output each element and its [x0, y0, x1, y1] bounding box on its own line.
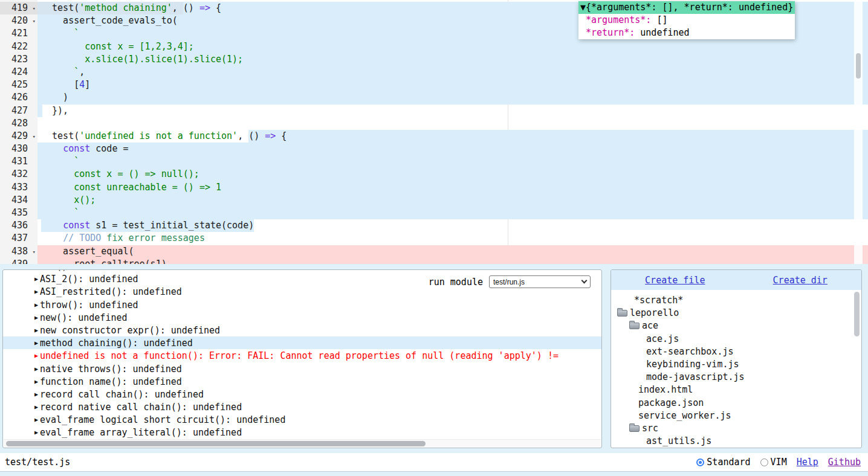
- tree-file-item[interactable]: package.json: [611, 397, 861, 410]
- help-link[interactable]: Help: [797, 457, 818, 468]
- run-module-select[interactable]: test/run.js: [489, 275, 591, 288]
- fold-arrow-icon[interactable]: ▾: [33, 246, 36, 259]
- test-result-text: eval_frame array_literal(): undefined: [40, 427, 242, 438]
- folder-icon: [617, 310, 627, 317]
- code-line[interactable]: [37, 117, 868, 130]
- code-token: {: [276, 130, 287, 143]
- test-result-item[interactable]: ▶new constructor expr(): undefined: [3, 324, 601, 336]
- tooltip-body: *arguments*: []*return*: undefined: [578, 14, 795, 39]
- code-line[interactable]: x.slice(1).slice(1).slice(1);: [37, 53, 868, 66]
- code-token: test(: [41, 2, 79, 14]
- expand-triangle-icon[interactable]: ▶: [34, 352, 38, 359]
- test-result-item[interactable]: ▶record native call chain(): undefined: [3, 400, 601, 413]
- code-token: (): [248, 130, 265, 143]
- test-result-item[interactable]: ▶method chaining(): undefined: [3, 336, 601, 349]
- expand-triangle-icon[interactable]: ▶: [34, 404, 38, 410]
- tree-file-item[interactable]: *scratch*: [611, 294, 861, 307]
- tree-item-label: *scratch*: [634, 294, 683, 307]
- expand-triangle-icon[interactable]: ▶: [34, 275, 38, 282]
- expand-triangle-icon[interactable]: ▶: [34, 301, 38, 308]
- code-token: const: [63, 219, 90, 232]
- gutter-line-number: 439: [0, 258, 37, 264]
- code-line[interactable]: x();: [37, 194, 868, 207]
- code-line[interactable]: test('undefined is not a function', () =…: [37, 130, 868, 143]
- code-line[interactable]: `,: [37, 66, 868, 79]
- tooltip-header[interactable]: ▼{*arguments*: [], *return*: undefined}: [578, 1, 795, 14]
- code-token: ): [41, 91, 68, 104]
- code-editor[interactable]: 419▾420▾421422423424425426427428429▾4304…: [0, 0, 868, 264]
- tree-file-item[interactable]: ast_utils.js: [611, 435, 861, 448]
- create-dir-link[interactable]: Create dir: [773, 275, 828, 286]
- tree-dir-item[interactable]: ace: [611, 320, 861, 332]
- tree-file-item[interactable]: mode-javascript.js: [611, 371, 861, 384]
- code-line[interactable]: const unreachable = () => 1: [37, 181, 868, 194]
- results-hscrollbar-thumb[interactable]: [6, 441, 426, 446]
- gutter-line-number: 424: [0, 66, 37, 79]
- test-result-item[interactable]: ▶new(): undefined: [3, 311, 601, 324]
- expand-triangle-icon[interactable]: ▶: [34, 416, 38, 423]
- code-token: [: [41, 79, 79, 91]
- code-token: ,: [238, 130, 248, 143]
- tree-dir-item[interactable]: src: [611, 422, 861, 435]
- editor-scrollbar-thumb[interactable]: [856, 53, 861, 79]
- code-line[interactable]: // TODO fix error messages: [37, 232, 868, 245]
- test-result-text: method chaining(): undefined: [40, 338, 193, 349]
- tree-dir-item[interactable]: leporello: [611, 307, 861, 320]
- test-result-item[interactable]: ▶eval_frame logical short circuit(): und…: [3, 413, 601, 426]
- code-line[interactable]: ): [37, 91, 868, 104]
- tree-file-item[interactable]: service_worker.js: [611, 410, 861, 422]
- tree-file-item[interactable]: ace.js: [611, 333, 861, 346]
- code-line[interactable]: `: [37, 155, 868, 168]
- expand-triangle-icon[interactable]: ▶: [34, 378, 38, 385]
- expand-triangle-icon[interactable]: ▶: [34, 314, 38, 321]
- create-file-link[interactable]: Create file: [645, 275, 705, 286]
- test-result-text: function name(): undefined: [40, 376, 182, 387]
- status-bar-controls: Standard VIM Help Github: [696, 457, 868, 468]
- code-line[interactable]: }),: [37, 105, 868, 117]
- fold-arrow-icon[interactable]: ▾: [33, 130, 36, 143]
- code-token: const unreachable = () => 1: [41, 181, 221, 194]
- keybinding-vim-radio[interactable]: [760, 458, 768, 466]
- editor-content[interactable]: test('method chaining', () => { assert_c…: [37, 0, 868, 264]
- keybinding-standard-label[interactable]: Standard: [707, 457, 750, 468]
- keybinding-vim-label[interactable]: VIM: [771, 457, 787, 468]
- test-result-item[interactable]: ▶undefined is not a function(): Error: F…: [3, 349, 601, 362]
- test-result-text: record native call chain(): undefined: [40, 402, 242, 413]
- fold-arrow-icon[interactable]: ▾: [33, 15, 36, 28]
- gutter-line-number: 425: [0, 79, 37, 91]
- test-result-text: record call chain(): undefined: [40, 388, 204, 399]
- expand-triangle-icon[interactable]: ▶: [34, 327, 38, 333]
- test-result-item[interactable]: ▶eval_frame array_literal(): undefined: [3, 426, 601, 439]
- expand-triangle-icon[interactable]: ▶: [34, 391, 38, 397]
- tree-file-item[interactable]: keybinding-vim.js: [611, 358, 861, 371]
- fold-arrow-icon[interactable]: ▾: [33, 2, 36, 15]
- code-line[interactable]: const x = () => null();: [37, 168, 868, 181]
- expand-triangle-icon[interactable]: ▶: [34, 339, 38, 346]
- value-inspector-tooltip: ▼{*arguments*: [], *return*: undefined} …: [578, 1, 795, 39]
- gutter-line-number: 435: [0, 207, 37, 219]
- code-line[interactable]: const code =: [37, 143, 868, 155]
- code-line[interactable]: const x = [1,2,3,4];: [37, 40, 868, 53]
- gutter-line-number: 426: [0, 91, 37, 104]
- editor-scrollbar[interactable]: [854, 0, 863, 264]
- code-line[interactable]: [4]: [37, 79, 868, 91]
- code-line[interactable]: `: [37, 207, 868, 219]
- expand-triangle-icon[interactable]: ▶: [34, 365, 38, 372]
- expand-triangle-icon[interactable]: ▶: [34, 288, 38, 295]
- results-hscrollbar[interactable]: [4, 439, 601, 447]
- keybinding-standard-radio[interactable]: [696, 458, 704, 466]
- tree-file-item[interactable]: ext-searchbox.js: [611, 346, 861, 358]
- tree-scrollbar-thumb[interactable]: [854, 292, 860, 336]
- github-link[interactable]: Github: [828, 457, 861, 468]
- test-result-item[interactable]: ▶function name(): undefined: [3, 375, 601, 388]
- file-tree-header: Create file Create dir: [611, 270, 861, 290]
- expand-triangle-icon[interactable]: ▶: [34, 429, 38, 436]
- test-result-item[interactable]: ▶throw(): undefined: [3, 298, 601, 311]
- tree-file-item[interactable]: index.html: [611, 384, 861, 396]
- test-result-item[interactable]: ▶native throws(): undefined: [3, 362, 601, 375]
- test-result-item[interactable]: ▶record call chain(): undefined: [3, 388, 601, 400]
- code-line[interactable]: root_calltree(s1): [37, 258, 868, 264]
- code-token: `: [41, 27, 79, 40]
- code-line[interactable]: assert_equal(: [37, 245, 868, 258]
- code-line[interactable]: const s1 = test_initial_state(code): [37, 219, 868, 232]
